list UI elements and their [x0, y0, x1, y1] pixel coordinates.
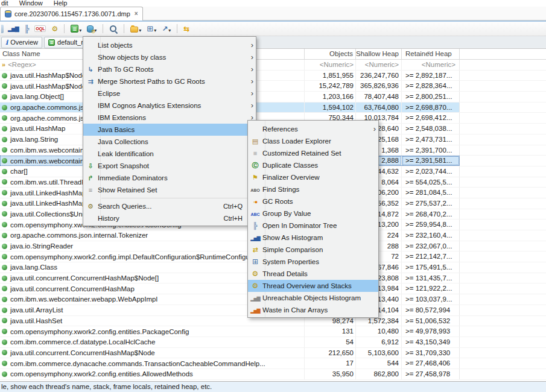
class-loader-icon	[248, 135, 262, 147]
submenu-item[interactable]: Open In Dominator Tree	[248, 220, 378, 232]
tab-overview-label: Overview	[10, 39, 38, 46]
class-icon	[2, 233, 7, 238]
submenu-item[interactable]: GC Roots	[248, 195, 378, 207]
class-icon	[2, 308, 7, 313]
thread-overview-button[interactable]	[50, 24, 59, 34]
context-menu-item[interactable]: Eclipse	[83, 87, 256, 100]
submenu-item[interactable]: Duplicate Classes	[248, 159, 378, 171]
submenu-item[interactable]: Show As Histogram	[248, 232, 378, 244]
class-icon	[2, 83, 7, 89]
gc-roots-path-icon	[83, 63, 98, 75]
class-name-cell: com.ibm.commerce.dynacache.commands.Tran…	[0, 358, 305, 368]
sort-indicator-icon	[427, 49, 430, 57]
retained-heap-cell: >= 2,473,731...	[402, 134, 460, 145]
table-row[interactable]: com.opensymphony.xwork2.config.entities.…	[0, 326, 546, 337]
column-header-shallow-heap[interactable]: Shallow Heap	[356, 49, 402, 59]
table-row[interactable]: java.lang.Object[] 1,203,166 78,407,448 …	[0, 92, 546, 103]
retained-heap-cell: >= 212,142,7...	[402, 251, 460, 262]
toolbar-separator	[124, 24, 124, 33]
dropdown-arrow-icon[interactable]	[139, 24, 141, 34]
chart-icon	[162, 25, 168, 33]
class-icon	[2, 254, 7, 259]
context-menu-item[interactable]: Leak Identification	[83, 148, 256, 160]
oql-button[interactable]	[33, 25, 47, 33]
tab-overview[interactable]: Overview	[1, 37, 42, 48]
context-menu-item[interactable]: Java Basics	[83, 124, 256, 136]
context-menu-item[interactable]: IBM Cognos Analytics Extensions	[83, 100, 256, 112]
context-menu-item[interactable]: Java Collections	[83, 136, 256, 148]
table-row[interactable]: java.util.HashMap$Node 15,242,789 365,82…	[0, 81, 546, 92]
clipped-toolbar-icon	[1, 25, 4, 33]
menu-shortcut: Ctrl+Q	[223, 203, 246, 210]
column-header-objects[interactable]: Objects	[305, 49, 356, 59]
menubar-item[interactable]: Help	[54, 0, 68, 7]
close-icon[interactable]	[133, 11, 138, 17]
search-button[interactable]	[108, 24, 119, 34]
table-row[interactable]: java.util.concurrent.ConcurrentHashMap$N…	[0, 348, 546, 359]
table-row[interactable]: com.ibm.commerce.dynacache.commands.Tran…	[0, 358, 546, 369]
submenu-item[interactable]: Thread Overview and Stacks	[248, 280, 378, 292]
thread-icon	[248, 280, 262, 292]
context-menu-item[interactable]: Show objects by class	[83, 51, 256, 63]
shallow-heap-cell: 236,247,760	[356, 71, 402, 81]
context-menu-item[interactable]: History Ctrl+H	[83, 212, 256, 224]
dropdown-arrow-icon[interactable]	[79, 24, 81, 34]
menu-shortcut: Ctrl+H	[224, 215, 246, 222]
retained-heap-cell: >= 131,435,7...	[402, 273, 460, 283]
submenu-arrow-icon	[246, 42, 253, 49]
numeric-filter-cell[interactable]: <Numeric>	[305, 60, 356, 70]
regex-icon	[2, 61, 5, 68]
menubar-item[interactable]: Window	[19, 0, 43, 7]
submenu-item[interactable]: System Properties	[248, 256, 378, 268]
context-menu-item[interactable]: Merge Shortest Paths to GC Roots	[83, 75, 256, 87]
dominator-tree-button[interactable]	[23, 24, 31, 34]
retained-heap-cell: >= 2,548,038...	[402, 124, 460, 134]
context-menu-item[interactable]: Path To GC Roots	[83, 63, 256, 75]
class-name-cell: java.util.concurrent.ConcurrentHashMap$N…	[0, 348, 305, 358]
oql-icon	[34, 25, 46, 32]
submenu-item[interactable]: Class Loader Explorer	[248, 135, 378, 147]
submenu-item[interactable]: References	[248, 123, 378, 135]
objects-cell: 1,851,955	[305, 71, 356, 81]
dropdown-arrow-icon[interactable]	[154, 24, 156, 34]
submenu-item[interactable]: Finalizer Overview	[248, 171, 378, 183]
query-browser-button[interactable]	[86, 23, 98, 35]
context-menu-item[interactable]: Show Retained Set	[83, 184, 256, 196]
submenu-item[interactable]: Group By Value	[248, 207, 378, 220]
numeric-filter-cell[interactable]: <Numeric>	[356, 60, 402, 70]
numeric-filter-cell[interactable]: <Numeric>	[402, 60, 460, 70]
context-menu-item[interactable]: Search Queries... Ctrl+Q	[83, 200, 256, 212]
context-menu-item[interactable]: IBM Extensions	[83, 112, 256, 124]
submenu-item[interactable]: Thread Details	[248, 268, 378, 280]
compare-button[interactable]	[182, 24, 191, 34]
context-menu-item[interactable]: List objects	[83, 39, 256, 51]
submenu-item[interactable]: Customized Retained Set	[248, 147, 378, 159]
submenu-item[interactable]: Find Strings	[248, 183, 378, 195]
objects-cell: 212,650	[305, 348, 356, 358]
histogram-button[interactable]	[7, 24, 20, 34]
submenu-item[interactable]: Simple Comparison	[248, 244, 378, 256]
retained-heap-cell: >= 43,150,349	[402, 337, 460, 347]
chart-button[interactable]	[160, 23, 172, 35]
table-row[interactable]: org.apache.commons.json 1,594,102 63,764…	[0, 103, 546, 113]
info-icon	[5, 39, 8, 46]
context-menu-item[interactable]: Immediate Dominators	[83, 172, 256, 184]
table-row[interactable]: java.util.HashMap$Node[] 1,851,955 236,2…	[0, 71, 546, 81]
editor-tab-dump[interactable]: core.20230706.115457.1736.0071.dmp	[0, 7, 143, 21]
submenu-item[interactable]: Waste in Char Arrays	[248, 304, 378, 316]
dropdown-arrow-icon[interactable]	[168, 24, 171, 34]
column-header-retained-heap[interactable]: Retained Heap	[402, 49, 460, 59]
class-icon	[2, 126, 7, 131]
calculate-retained-size-button[interactable]	[145, 23, 157, 35]
context-menu-item[interactable]: Export Snapshot	[83, 160, 256, 172]
group-by-button[interactable]	[129, 23, 142, 35]
table-row[interactable]: com.opensymphony.xwork2.config.entities.…	[0, 369, 546, 380]
toolbar-separator	[64, 24, 65, 33]
table-row[interactable]: com.ibm.commerce.cf.datatype.LocalHclCac…	[0, 337, 546, 348]
context-menu-item[interactable]	[83, 196, 256, 200]
export-snapshot-icon	[83, 160, 98, 172]
submenu-item[interactable]: Unreachable Objects Histogram	[248, 292, 378, 304]
class-icon	[2, 318, 7, 323]
run-report-button[interactable]	[69, 23, 83, 35]
menubar-item[interactable]: dit	[1, 0, 8, 7]
